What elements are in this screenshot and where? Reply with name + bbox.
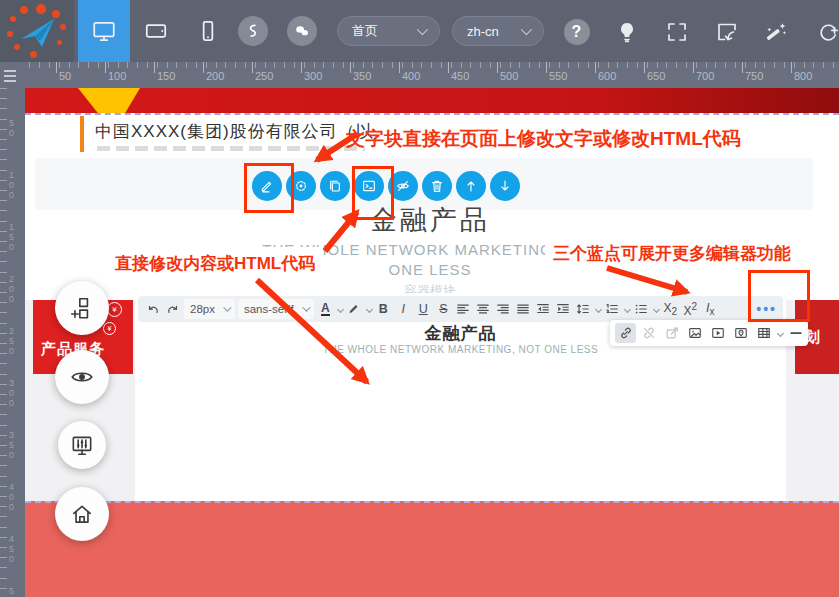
company-title-text[interactable]: 中国XXXX(集团)股份有限公司（以 xyxy=(95,120,374,143)
align-justify-icon[interactable] xyxy=(515,299,532,319)
move-up-icon[interactable] xyxy=(456,171,486,201)
strikethrough-icon[interactable]: S xyxy=(435,299,452,319)
superscript-icon[interactable]: X2 xyxy=(682,299,699,319)
lightbulb-icon[interactable] xyxy=(610,15,643,48)
title-accent-bar xyxy=(80,116,84,152)
link-icon[interactable] xyxy=(615,323,636,343)
table-icon[interactable] xyxy=(753,323,783,343)
align-right-icon[interactable] xyxy=(495,299,512,319)
home-icon[interactable] xyxy=(55,487,109,541)
ruler-tick: 800 xyxy=(791,62,792,73)
annotation-three-dots: 三个蓝点可展开更多编辑器功能 xyxy=(545,237,799,270)
font-family-select[interactable]: sans-serif xyxy=(238,299,314,319)
image-icon[interactable] xyxy=(684,323,705,343)
ordered-list-icon[interactable] xyxy=(604,299,630,319)
ruler-tick: 200 xyxy=(203,62,204,73)
device-tabs xyxy=(78,0,234,62)
indent-increase-icon[interactable] xyxy=(555,299,572,319)
italic-icon[interactable]: I xyxy=(395,299,412,319)
richtext-editor[interactable]: 28px sans-serif ABIUS X2X2Ix ••• 金融产品 TH… xyxy=(135,293,786,501)
underline-icon[interactable]: U xyxy=(415,299,432,319)
ruler-vertical: 5 01 0 01 5 02 0 02 5 03 0 03 5 04 0 04 … xyxy=(0,88,25,597)
font-size-select[interactable]: 28px xyxy=(184,299,235,319)
add-module-icon[interactable] xyxy=(55,281,109,335)
chevron-down-icon xyxy=(302,303,310,311)
ruler-tick: 300 xyxy=(301,62,302,73)
magic-wand-icon[interactable] xyxy=(760,15,793,48)
hero-title[interactable]: 金融产品 xyxy=(285,202,575,238)
ruler-tick: 5 0 0 xyxy=(9,586,14,597)
chevron-down-icon xyxy=(417,24,428,35)
hero-subtitle-line2: ONE LESS xyxy=(388,261,471,278)
redo-icon[interactable] xyxy=(164,299,181,319)
share-link-icon[interactable] xyxy=(238,16,268,46)
ruler-tick: 600 xyxy=(595,62,596,73)
ruler-tick: 500 xyxy=(497,62,498,73)
help-icon[interactable]: ? xyxy=(560,15,593,48)
tablet-icon[interactable] xyxy=(130,0,182,62)
app-circles xyxy=(238,16,317,46)
ruler-tick: 400 xyxy=(399,62,400,73)
highlight-box-code xyxy=(352,166,394,220)
highlight-box-edit xyxy=(244,163,294,213)
map-icon[interactable] xyxy=(730,323,751,343)
wechat-icon[interactable] xyxy=(287,16,317,46)
coin-icon: ¥ xyxy=(103,322,116,335)
ruler-tick: 550 xyxy=(546,62,547,73)
ruler-corner[interactable] xyxy=(0,62,25,88)
app-logo[interactable] xyxy=(0,0,74,62)
subscript-icon[interactable]: X2 xyxy=(662,299,679,319)
paper-plane-icon xyxy=(17,12,57,52)
ruler-tick: 700 xyxy=(693,62,694,73)
bold-icon[interactable]: B xyxy=(375,299,392,319)
align-center-icon[interactable] xyxy=(475,299,492,319)
horizontal-rule-icon[interactable] xyxy=(785,323,806,343)
phone-icon[interactable] xyxy=(182,0,234,62)
ruler-tick: 2 5 0 xyxy=(9,326,14,356)
line-height-icon[interactable] xyxy=(575,299,601,319)
ruler-tick: 1 0 0 xyxy=(9,170,14,200)
highlight-box-dots xyxy=(748,270,810,322)
language-dropdown[interactable]: zh-cn xyxy=(452,16,544,46)
top-toolbar: 首页 zh-cn ? xyxy=(0,0,839,62)
undo-icon[interactable] xyxy=(144,299,161,319)
ruler-tick: 4 5 0 xyxy=(9,534,14,564)
annotation-modify: 直接修改内容或HTML代码 xyxy=(107,247,323,280)
desktop-icon[interactable] xyxy=(78,0,130,62)
ruler-tick: 750 xyxy=(742,62,743,73)
zoom-plus-icon[interactable] xyxy=(810,15,839,48)
fullscreen-icon[interactable] xyxy=(660,15,693,48)
topbar-actions: ? xyxy=(560,15,839,48)
indent-decrease-icon[interactable] xyxy=(535,299,552,319)
unordered-list-icon[interactable] xyxy=(633,299,659,319)
preview-icon[interactable] xyxy=(55,350,109,404)
editor-toolbar: 28px sans-serif ABIUS X2X2Ix ••• xyxy=(138,296,783,322)
clear-format-icon[interactable]: Ix xyxy=(702,299,719,319)
footer-section-block xyxy=(25,501,839,597)
editor-toolbar-row2 xyxy=(610,320,808,346)
delete-icon[interactable] xyxy=(422,171,452,201)
import-template-icon[interactable] xyxy=(710,15,743,48)
ruler-lines-icon xyxy=(4,70,16,72)
page-dropdown[interactable]: 首页 xyxy=(337,16,440,46)
ruler-tick: 350 xyxy=(350,62,351,73)
logo-dot xyxy=(57,40,62,45)
highlight-icon[interactable] xyxy=(346,299,372,319)
align-left-icon[interactable] xyxy=(455,299,472,319)
ruler-tick: 100 xyxy=(105,62,106,73)
edit-link-icon[interactable] xyxy=(661,323,682,343)
selection-dashed-line xyxy=(25,113,839,115)
display-settings-icon[interactable] xyxy=(58,421,106,469)
coin-icon: ¥ xyxy=(107,302,122,317)
move-down-icon[interactable] xyxy=(490,171,520,201)
video-icon[interactable] xyxy=(707,323,728,343)
font-color-icon[interactable]: A xyxy=(317,299,343,319)
annotation-text-block: 文字块直接在页面上修改文字或修改HTML代码 xyxy=(346,126,741,152)
page-canvas[interactable]: 中国XXXX(集团)股份有限公司（以 文字块直接在页面上修改文字或修改HTML代… xyxy=(25,88,839,597)
chevron-down-icon xyxy=(521,24,532,35)
banner-flag-shape xyxy=(78,88,140,113)
chevron-down-icon xyxy=(223,303,231,311)
unlink-icon[interactable] xyxy=(638,323,659,343)
page-dropdown-value: 首页 xyxy=(352,22,378,40)
duplicate-icon[interactable] xyxy=(320,171,350,201)
